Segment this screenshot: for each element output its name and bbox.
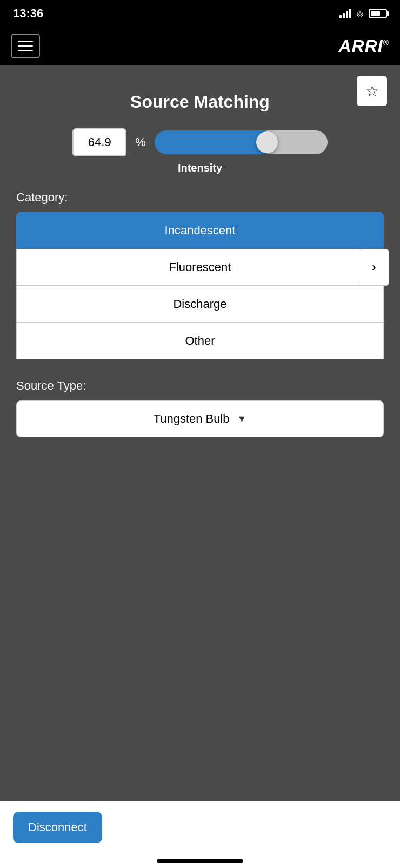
chevron-button[interactable]: › <box>359 249 389 286</box>
intensity-slider[interactable] <box>155 130 328 154</box>
source-type-label: Source Type: <box>16 379 384 393</box>
source-type-dropdown[interactable]: Tungsten Bulb ▼ <box>16 400 384 437</box>
menu-button[interactable] <box>11 34 40 58</box>
status-icons: ⌾ <box>339 8 387 20</box>
disconnect-button[interactable]: Disconnect <box>13 812 102 843</box>
home-indicator <box>0 859 400 868</box>
category-other[interactable]: Other <box>16 323 384 359</box>
category-incandescent[interactable]: Incandescent <box>16 212 384 249</box>
signal-icon <box>339 9 351 18</box>
source-type-value: Tungsten Bulb <box>154 412 230 426</box>
source-type-section: Source Type: Tungsten Bulb ▼ <box>16 379 384 437</box>
wifi-icon: ⌾ <box>357 8 363 20</box>
page-title: Source Matching <box>16 92 384 112</box>
intensity-value[interactable]: 64.9 <box>72 128 126 156</box>
status-bar: 13:36 ⌾ <box>0 0 400 27</box>
category-list: Incandescent Fluorescent Discharge Other… <box>16 212 384 359</box>
slider-thumb <box>256 131 278 153</box>
dropdown-arrow-icon: ▼ <box>237 413 247 425</box>
chevron-right-icon: › <box>372 260 376 274</box>
star-icon: ☆ <box>365 82 379 100</box>
category-fluorescent[interactable]: Fluorescent <box>16 249 384 286</box>
navbar: ARRI® <box>0 27 400 65</box>
favorite-button[interactable]: ☆ <box>357 76 387 106</box>
home-bar <box>157 859 243 863</box>
intensity-control: 64.9 % Intensity <box>16 128 384 174</box>
footer: Disconnect <box>0 801 400 859</box>
intensity-label: Intensity <box>178 162 222 174</box>
arri-logo: ARRI® <box>338 36 389 56</box>
main-content: ☆ Source Matching 64.9 % Intensity Categ… <box>0 65 400 801</box>
status-time: 13:36 <box>13 6 43 21</box>
battery-icon <box>369 9 387 18</box>
category-label: Category: <box>16 190 384 205</box>
category-discharge[interactable]: Discharge <box>16 286 384 323</box>
percent-sign: % <box>135 135 146 149</box>
